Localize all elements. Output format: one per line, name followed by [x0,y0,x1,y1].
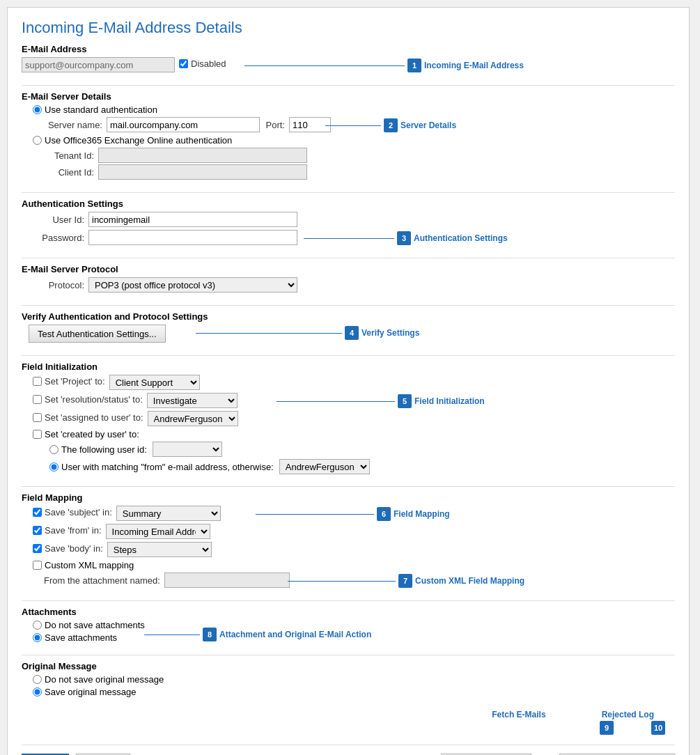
auth-settings-label: Authentication Settings [22,199,675,209]
server-name-label: Server name: [47,120,102,130]
disabled-checkbox[interactable] [179,59,188,68]
annotation-text-5: Field Initialization [414,396,485,406]
tenant-id-input[interactable] [98,148,307,163]
email-address-input[interactable] [22,57,175,72]
field-init-section: Field Initialization Set 'Project' to: C… [22,361,675,479]
following-user-select[interactable]: AndrewFerguson [153,442,222,457]
disabled-checkbox-label[interactable]: Disabled [179,59,242,69]
save-original-radio-label[interactable]: Save original message [33,687,675,697]
save-from-checkbox[interactable] [33,526,42,535]
no-save-attachments-radio[interactable] [33,621,42,630]
original-message-label: Original Message [22,661,675,671]
resolution-select[interactable]: Investigate Other [147,393,238,408]
auth-settings-section: Authentication Settings User Id: Passwor… [22,199,675,251]
field-mapping-section: Field Mapping Save 'subject' in: Summary… [22,492,675,593]
project-select[interactable]: Client Support Other [109,375,200,390]
client-id-label: Client Id: [47,167,94,178]
set-resolution-checkbox-label[interactable]: Set 'resolution/status' to: [33,394,143,405]
server-name-input[interactable] [107,117,260,132]
set-created-checkbox-label[interactable]: Set 'created by user' to: [33,429,675,439]
set-project-checkbox[interactable] [33,377,42,386]
annotation-badge-5: 5 [398,394,412,408]
save-body-checkbox-label[interactable]: Save 'body' in: [33,543,103,554]
original-message-section: Original Message Do not save original me… [22,661,675,702]
password-input[interactable] [88,230,297,245]
annotation-badge-3: 3 [397,231,411,245]
page-title: Incoming E-Mail Address Details [22,19,675,37]
email-address-label: E-Mail Address [22,44,675,54]
set-resolution-checkbox[interactable] [33,395,42,404]
no-save-original-radio-label[interactable]: Do not save original message [33,674,675,685]
annotation-text-6: Field Mapping [394,509,450,519]
annotation-badge-6: 6 [377,507,391,521]
port-input[interactable] [289,117,331,132]
office365-radio[interactable] [33,136,42,145]
rejected-log-callout-text: Rejected Log [602,710,654,719]
annotation-badge-8: 8 [203,628,217,641]
annotation-badge-7: 7 [398,574,412,588]
password-label: Password: [36,233,84,243]
fetch-emails-callout-text: Fetch E-Mails [492,710,545,719]
email-server-protocol-label: E-Mail Server Protocol [22,264,675,274]
field-mapping-label: Field Mapping [22,492,675,503]
set-assigned-checkbox[interactable] [33,413,42,422]
annotation-badge-4: 4 [345,326,359,340]
verify-section-label: Verify Authentication and Protocol Setti… [22,311,675,322]
set-project-checkbox-label[interactable]: Set 'Project' to: [33,376,105,387]
subject-select[interactable]: Summary Other [116,506,221,521]
matching-email-radio-label[interactable]: User with matching "from" e-mail address… [49,459,675,474]
set-assigned-checkbox-label[interactable]: Set 'assigned to user' to: [33,412,143,423]
set-created-checkbox[interactable] [33,430,42,439]
office365-radio-label[interactable]: Use Office365 Exchange Online authentica… [33,135,675,146]
save-subject-checkbox-label[interactable]: Save 'subject' in: [33,507,112,517]
client-id-input[interactable] [98,164,307,180]
footer-bar: Save Cancel Fetch E-Mails... Rejected E-… [22,745,675,755]
annotation-text-8: Attachment and Original E-Mail Action [219,630,371,639]
user-id-input[interactable] [88,212,297,227]
protocol-label: Protocol: [36,280,84,290]
annotation-text-7: Custom XML Field Mapping [415,576,524,586]
email-address-section: E-Mail Address Disabled 1 Incoming E-Mai… [22,44,675,78]
no-save-original-radio[interactable] [33,675,42,684]
port-label: Port: [264,120,285,130]
matching-email-select[interactable]: AndrewFerguson Other [279,459,370,474]
annotation-badge-10: 10 [651,721,665,735]
attachments-section: Attachments Do not save attachments Save… [22,607,675,648]
annotation-text-3: Authentication Settings [414,233,508,243]
email-server-protocol-section: E-Mail Server Protocol Protocol: POP3 (p… [22,264,675,298]
from-select[interactable]: Incoming Email Address Other [106,524,210,539]
assigned-select[interactable]: AndrewFerguson Other [148,411,238,426]
user-id-label: User Id: [36,215,84,225]
field-init-label: Field Initialization [22,361,675,372]
annotation-badge-9: 9 [600,721,614,735]
annotation-text-2: Server Details [400,120,456,130]
following-user-radio[interactable] [49,445,59,454]
custom-xml-checkbox[interactable] [33,561,42,570]
save-attachments-radio[interactable] [33,633,42,642]
custom-xml-checkbox-label[interactable]: Custom XML mapping [33,560,675,570]
annotation-badge-1: 1 [407,59,421,72]
body-select[interactable]: Steps Other [107,542,212,557]
save-body-checkbox[interactable] [33,544,42,553]
matching-email-radio[interactable] [49,462,59,472]
save-subject-checkbox[interactable] [33,508,42,517]
server-details-section: E-Mail Server Details Use standard authe… [22,91,675,185]
standard-auth-radio[interactable] [33,105,42,114]
attachments-label: Attachments [22,607,675,617]
protocol-select[interactable]: POP3 (post office protocol v3) IMAP SMTP [88,277,297,293]
save-from-checkbox-label[interactable]: Save 'from' in: [33,525,102,536]
following-user-radio-label[interactable]: The following user id: AndrewFerguson [49,442,675,457]
attachment-name-label: From the attachment named: [44,575,160,586]
attachment-name-input[interactable] [164,573,290,588]
annotation-badge-2: 2 [384,118,398,132]
test-auth-button[interactable]: Test Authentication Settings... [29,325,166,343]
annotation-text-1: Incoming E-Mail Address [424,61,524,70]
standard-auth-radio-label[interactable]: Use standard authentication [33,104,675,115]
tenant-id-label: Tenant Id: [47,150,94,161]
annotation-text-4: Verify Settings [361,328,419,338]
verify-section: Verify Authentication and Protocol Setti… [22,311,675,348]
server-details-label: E-Mail Server Details [22,91,675,102]
save-original-radio[interactable] [33,687,42,696]
